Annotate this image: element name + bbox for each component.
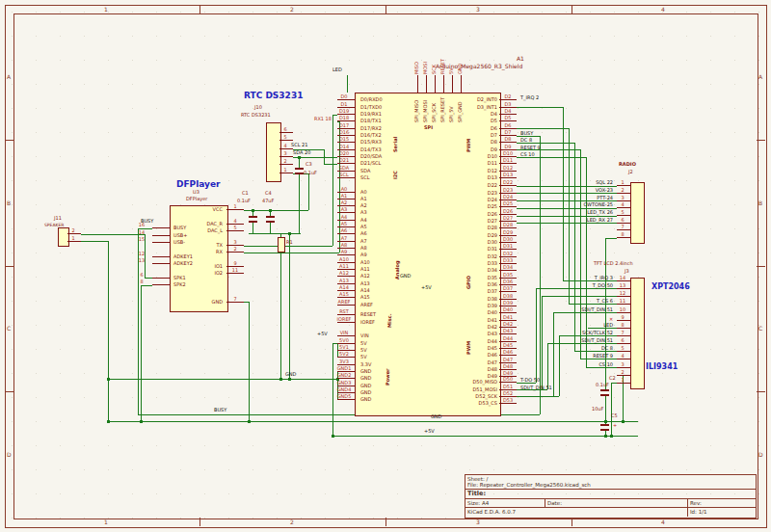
wire (249, 302, 250, 421)
pin-row (170, 214, 279, 221)
pin-number: 11 (617, 299, 628, 304)
j3-reference: J3 (625, 269, 629, 274)
pin-name: GND (170, 300, 223, 305)
pin (461, 75, 462, 93)
pin-name: TX (170, 243, 223, 248)
mega-reference: A1 (517, 56, 524, 62)
pin (152, 235, 170, 236)
pin (617, 304, 630, 305)
pin-row: 1 (67, 238, 87, 245)
pin (337, 177, 355, 178)
pin-name: D18/TX1 (360, 119, 382, 123)
wire (108, 241, 109, 421)
net-label: VOX-23 (520, 188, 613, 193)
c3-reference: C3 (306, 162, 312, 167)
pin-row: DAC_L5 (170, 227, 279, 234)
frame-tick (386, 5, 386, 13)
frame-col-label: 2 (290, 6, 294, 13)
net-label: SDI/T_DIN 51 (520, 307, 613, 312)
file-field: File: Repeater_Controller_Mega2560.kicad… (467, 482, 754, 488)
pin-number: D40 (499, 307, 517, 312)
net-label: DC 8 (520, 346, 613, 351)
pin (152, 278, 170, 279)
net-label: MOSI (423, 62, 428, 74)
pin-number: D12 (499, 166, 517, 171)
pin-number: 6 (133, 273, 150, 278)
pin (617, 328, 630, 329)
pin-number: D29 (499, 230, 517, 235)
pin (279, 173, 293, 173)
pin-name: DAC_L (170, 228, 223, 233)
pin-name: D22 (439, 183, 497, 188)
pin (152, 263, 170, 264)
pin-number: 15 (133, 237, 150, 242)
c2-reference: C2 (609, 376, 616, 381)
pin-number: 2 (617, 370, 628, 375)
pin-name: D7 (439, 133, 497, 138)
net-label: CS 10 (520, 152, 535, 157)
pin-name: D29 (439, 233, 497, 238)
pin-row: 13ADKEY2 (116, 260, 170, 267)
c4-value: 47uF (262, 199, 274, 203)
pin-name: GND (360, 390, 371, 395)
pin-name: D43 (439, 332, 497, 336)
pin (279, 156, 293, 157)
pin-name: D2_INT0 (439, 97, 497, 102)
pin-name: D40 (439, 310, 497, 315)
net-label: MISO (414, 62, 419, 74)
pin (226, 252, 244, 253)
pin-name: D11 (439, 161, 497, 166)
pin-number: D10 (499, 151, 517, 156)
frame-tick (5, 391, 13, 392)
c5-reference: C5 (611, 413, 618, 418)
net-label-v5-bottom: +5V (424, 429, 435, 434)
pin-name: D46 (439, 353, 497, 358)
pin-name: D20/SDA (360, 154, 382, 159)
net-label: T_DO 50 (520, 283, 613, 288)
date-field: Date: (545, 499, 688, 507)
pin-name: D35 (439, 276, 497, 280)
frame-col-label: 3 (476, 6, 480, 13)
rtc-reference: J10 (254, 105, 262, 110)
pin-name: 5V (360, 355, 367, 359)
net-label-gnd-bottom: GND (431, 414, 441, 419)
frame-tick (5, 140, 13, 141)
j11-reference: J11 (54, 216, 62, 221)
frame-tick (757, 391, 765, 392)
pin-name: GND (360, 376, 371, 381)
wire (141, 285, 142, 421)
pin-number: 3 (226, 240, 244, 245)
pin-number: D3 (499, 102, 517, 107)
rev-field: Rev: (688, 499, 756, 507)
capacitor-plate (600, 429, 609, 431)
xpt2046-label: XPT2046 (651, 282, 690, 291)
c4-reference: C4 (265, 191, 272, 196)
junction-dot (140, 420, 143, 423)
net-label: T_IRQ 2 (520, 95, 539, 100)
pin-number: 1 (617, 378, 628, 383)
j3-pins: T_IRQ 314T_DO 501312T_CS 611SDI/T_DIN 51… (520, 278, 644, 387)
pin-number: D52 (499, 391, 517, 396)
pin-name: IOREF (360, 320, 375, 325)
pin-name: A15 (360, 295, 370, 300)
pin-number: D32 (499, 252, 517, 256)
rtc-heading: RTC DS3231 (244, 91, 303, 100)
junction-dot (622, 420, 625, 423)
pin-name: D39 (439, 304, 497, 308)
pin-name: D30 (439, 240, 497, 245)
id-field: Id: 1/1 (688, 508, 756, 517)
pin-name: D53_CS (439, 401, 497, 406)
pin-name: D36 (439, 282, 497, 287)
pin-number: D6 (499, 123, 517, 128)
net-label: PTT-24 (520, 196, 613, 200)
pin-number: D43 (499, 329, 517, 333)
pin-name: AREF (360, 303, 373, 307)
pin-row: 8SPK2 (116, 281, 170, 288)
pin-row: IO211 (170, 270, 279, 277)
pin-name: D25 (439, 204, 497, 209)
pin-name: D50_MISO (439, 380, 497, 385)
pin-number: 12 (617, 291, 628, 296)
pin-row (170, 284, 279, 291)
pin-name: D41 (439, 318, 497, 323)
schematic-canvas[interactable]: 1 2 3 4 1 2 3 4 A B C D A B C D (0, 0, 771, 532)
